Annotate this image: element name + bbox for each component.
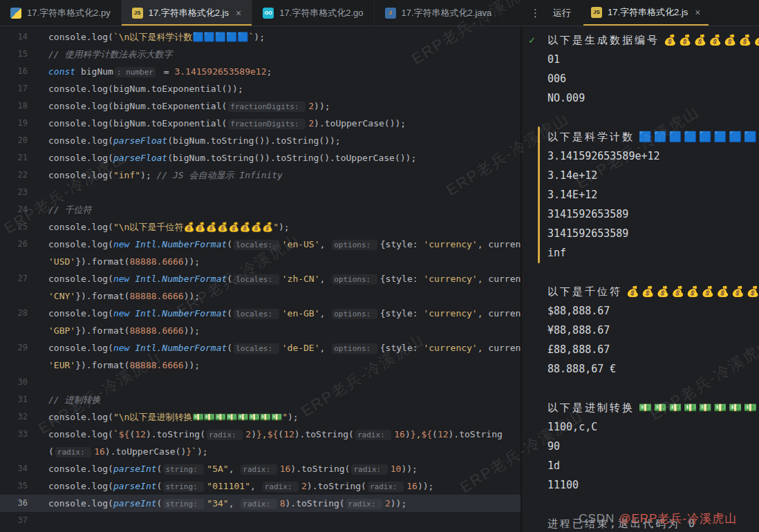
line-number[interactable] (0, 253, 28, 270)
code-line[interactable]: 'EUR'}).format(88888.6666)); (0, 357, 521, 374)
more-options-icon[interactable]: ⋮ (523, 0, 547, 26)
run-toolwindow-title: 运行 (547, 0, 583, 26)
main-split: 14console.log(`\n以下是科学计数🟦🟦🟦🟦🟦`);15// 使用科… (0, 26, 759, 532)
code-text (28, 374, 48, 391)
code-editor[interactable]: 14console.log(`\n以下是科学计数🟦🟦🟦🟦🟦`);15// 使用科… (0, 26, 521, 532)
line-number[interactable] (0, 322, 28, 339)
csdn-credit-prefix: CSDN (579, 512, 619, 525)
code-line[interactable]: 16const bigNum: number = 3.141592653589e… (0, 63, 521, 80)
code-text: 'USD'}).format(88888.6666)); (28, 253, 200, 270)
code-line[interactable]: 28console.log(new Intl.NumberFormat(loca… (0, 305, 521, 322)
code-line[interactable]: 27console.log(new Intl.NumberFormat(loca… (0, 270, 521, 287)
line-number[interactable]: 21 (0, 149, 28, 167)
code-line[interactable]: 37 (0, 512, 521, 529)
close-icon[interactable]: × (695, 7, 700, 18)
code-line[interactable]: 17console.log(bigNum.toExponential()); (0, 80, 521, 97)
line-number[interactable]: 34 (0, 460, 28, 477)
code-line[interactable]: 36console.log(parseInt(string: "34", rad… (0, 495, 521, 512)
terminal-line: 3.14E+12 (522, 185, 759, 205)
line-number[interactable] (0, 443, 28, 460)
code-text: console.log(bigNum.toExponential(fractio… (28, 115, 406, 132)
code-line[interactable]: 'USD'}).format(88888.6666)); (0, 253, 521, 270)
close-icon[interactable]: × (236, 8, 241, 19)
editor-tab-go[interactable]: GO17.字符串格式化2.go (252, 0, 374, 26)
line-number[interactable]: 37 (0, 512, 28, 529)
code-text: console.log(parseFloat(bigNum.toString()… (28, 149, 416, 167)
line-number[interactable]: 31 (0, 391, 28, 408)
line-number[interactable]: 32 (0, 408, 28, 426)
code-line[interactable]: 25console.log("\n以下是千位符💰💰💰💰💰💰💰💰"); (0, 218, 521, 236)
code-text: console.log(bigNum.toExponential(fractio… (28, 97, 330, 115)
line-number[interactable]: 30 (0, 374, 28, 391)
code-line[interactable]: (radix: 16).toUpperCase()}`); (0, 443, 521, 460)
line-number[interactable]: 19 (0, 115, 28, 132)
line-number[interactable]: 14 (0, 28, 28, 46)
line-number[interactable]: 36 (0, 495, 28, 512)
code-line[interactable]: 33console.log(`${(12).toString(radix: 2)… (0, 426, 521, 443)
tab-label: 17.字符串格式化2.py (27, 7, 111, 19)
line-number[interactable]: 15 (0, 46, 28, 63)
editor-tab-js[interactable]: JS17.字符串格式化2.js× (122, 0, 253, 26)
js-file-icon: JS (591, 7, 602, 18)
line-number[interactable]: 23 (0, 184, 28, 201)
code-line[interactable]: 30 (0, 374, 521, 391)
line-number[interactable]: 33 (0, 426, 28, 443)
line-number[interactable]: 26 (0, 236, 28, 253)
line-number[interactable]: 20 (0, 132, 28, 149)
terminal-text: inf (547, 247, 566, 259)
terminal-line: 006 (522, 69, 759, 88)
code-line[interactable]: 20console.log(parseFloat(bigNum.toString… (0, 132, 521, 149)
run-tab[interactable]: JS 17.字符串格式化2.js × (583, 0, 709, 26)
terminal-text: ¥88,888.67 (547, 324, 610, 336)
line-number[interactable]: 17 (0, 80, 28, 97)
code-line[interactable]: 14console.log(`\n以下是科学计数🟦🟦🟦🟦🟦`); (0, 28, 521, 46)
code-line[interactable]: 23 (0, 184, 521, 201)
code-line[interactable]: 19console.log(bigNum.toExponential(fract… (0, 115, 521, 132)
editor-tab-java[interactable]: J17.字符串格式化2.java (375, 0, 503, 26)
terminal-line: inf (522, 243, 759, 263)
py-file-icon (10, 8, 21, 19)
line-number[interactable]: 29 (0, 339, 28, 357)
code-line[interactable]: 22console.log("inf"); // JS 会自动显示 Infini… (0, 167, 521, 184)
terminal-line: 3141592653589 (522, 205, 759, 224)
code-line[interactable]: 32console.log("\n以下是进制转换💵💵💵💵💵💵💵💵"); (0, 408, 521, 426)
code-text: console.log(`${(12).toString(radix: 2)},… (28, 426, 503, 443)
code-text: console.log(new Intl.NumberFormat(locale… (28, 339, 521, 357)
line-number[interactable]: 27 (0, 270, 28, 287)
line-number[interactable]: 16 (0, 63, 28, 80)
terminal-text: NO.009 (547, 92, 585, 104)
line-number[interactable]: 18 (0, 97, 28, 115)
code-line[interactable]: 'GBP'}).format(88888.6666)); (0, 322, 521, 339)
terminal-lines: ✓以下是生成数据编号💰💰💰💰💰💰💰💰01006NO.009以下是科学计数🟦🟦🟦🟦… (522, 30, 759, 532)
emoji-run: 💵💵💵💵💵💵💵💵 (639, 401, 759, 414)
code-line[interactable]: 35console.log(parseInt(string: "011101",… (0, 477, 521, 495)
code-text: const bigNum: number = 3.141592653589e12… (28, 63, 272, 80)
code-line[interactable]: 'CNY'}).format(88888.6666)); (0, 287, 521, 305)
line-number[interactable]: 24 (0, 201, 28, 218)
terminal-line: 3.14e+12 (522, 166, 759, 185)
code-text: console.log(parseInt(string: "34", radix… (28, 495, 406, 512)
code-line[interactable]: 21console.log(parseFloat(bigNum.toString… (0, 149, 521, 167)
csdn-credit: CSDN @ERP老兵-冷溪虎山 (579, 511, 737, 526)
code-text: console.log(new Intl.NumberFormat(locale… (28, 270, 521, 287)
csdn-credit-author: @ERP老兵-冷溪虎山 (619, 512, 737, 525)
line-number[interactable]: 22 (0, 167, 28, 184)
code-text: console.log(parseInt(string: "011101", r… (28, 477, 433, 495)
editor-tab-py[interactable]: 17.字符串格式化2.py (0, 0, 122, 26)
code-line[interactable]: 18console.log(bigNum.toExponential(fract… (0, 97, 521, 115)
code-line[interactable]: 29console.log(new Intl.NumberFormat(loca… (0, 339, 521, 357)
emoji-run: 💰💰💰💰💰💰💰💰 (664, 34, 759, 46)
code-line[interactable]: 15// 使用科学计数法表示大数字 (0, 46, 521, 63)
line-number[interactable]: 35 (0, 477, 28, 495)
code-line[interactable]: 34console.log(parseInt(string: "5A", rad… (0, 460, 521, 477)
line-number[interactable]: 25 (0, 218, 28, 236)
line-number[interactable] (0, 357, 28, 374)
code-text: console.log("\n以下是千位符💰💰💰💰💰💰💰💰"); (28, 218, 290, 236)
code-text: console.log(bigNum.toExponential()); (28, 80, 243, 97)
code-line[interactable]: 24// 千位符 (0, 201, 521, 218)
line-number[interactable] (0, 287, 28, 305)
line-number[interactable]: 28 (0, 305, 28, 322)
code-line[interactable]: 31// 进制转换 (0, 391, 521, 408)
code-line[interactable]: 26console.log(new Intl.NumberFormat(loca… (0, 236, 521, 253)
ide-window: 17.字符串格式化2.pyJS17.字符串格式化2.js×GO17.字符串格式化… (0, 0, 759, 532)
